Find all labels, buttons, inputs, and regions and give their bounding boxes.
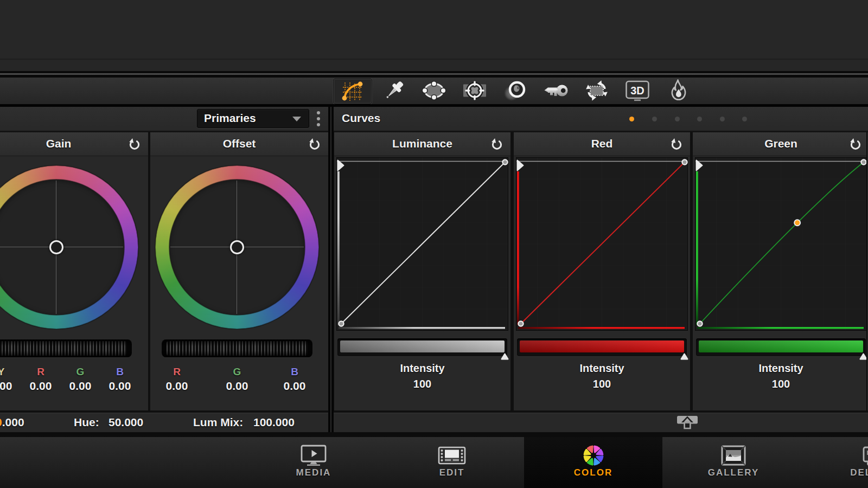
reset-icon[interactable] (308, 138, 321, 151)
power-window-icon (421, 79, 447, 102)
curve-graph[interactable] (695, 157, 867, 331)
offset-g-label: G (221, 366, 253, 378)
chevron-down-icon (292, 117, 301, 121)
export-grab-still-icon[interactable] (676, 415, 698, 431)
offset-master-wheel[interactable] (162, 339, 312, 357)
palette-menu-button[interactable] (315, 110, 322, 126)
intensity-slider[interactable] (517, 338, 687, 356)
resolve-color-page: 3D Primaries (0, 0, 868, 488)
palette-toolbar: 3D (0, 78, 868, 104)
offset-b-label: B (278, 366, 311, 378)
reset-icon[interactable] (849, 138, 862, 151)
wheel-mode-dropdown[interactable]: Primaries (197, 109, 309, 128)
svg-text:3D: 3D (630, 85, 644, 97)
wheel-mode-label: Primaries (204, 110, 256, 127)
page-dot-5[interactable] (720, 117, 725, 121)
tab-gallery[interactable]: GALLERY (668, 437, 799, 488)
master-wheel-shading (162, 339, 312, 357)
slider-handle[interactable] (501, 353, 509, 360)
green-curve-panel: GreenIntensity100 (693, 132, 868, 410)
intensity-value[interactable]: 100 (693, 378, 868, 390)
page-dot-3[interactable] (675, 117, 680, 121)
reset-icon[interactable] (670, 138, 683, 151)
red-curve-panel: RedIntensity100 (514, 132, 690, 410)
curve-title: Luminance (334, 132, 510, 155)
gain-header: Gain (0, 132, 148, 156)
curves-icon (340, 80, 365, 102)
curve-title: Green (693, 132, 868, 155)
intensity-value[interactable]: 100 (334, 378, 510, 390)
tab-media[interactable]: MEDIA (248, 437, 379, 488)
tool-openfx-button[interactable] (659, 78, 697, 103)
panel-splitter (330, 107, 331, 432)
viewer-area-bottom (0, 0, 868, 59)
master-wheel-shading (0, 339, 132, 357)
curve-graph[interactable] (336, 157, 508, 331)
menu-dot (317, 117, 320, 120)
intensity-gradient (340, 341, 505, 352)
reset-icon[interactable] (490, 138, 503, 151)
tool-curves-button[interactable] (333, 78, 372, 104)
gallery-frame-icon (668, 444, 799, 467)
deliver-device-icon (809, 444, 868, 467)
flame-icon (666, 79, 691, 102)
curve-header: Luminance (334, 132, 510, 156)
color-wheels-palette: Primaries Gain (0, 107, 328, 432)
gain-r-label: R (24, 366, 57, 378)
intensity-value[interactable]: 100 (514, 378, 690, 390)
intensity-label: Intensity (334, 362, 510, 375)
hue-ring-shading (0, 165, 138, 329)
gain-g-value[interactable]: 0.00 (59, 380, 102, 393)
tool-blur-button[interactable] (496, 78, 534, 103)
page-dot-4[interactable] (697, 117, 702, 121)
offset-g-value[interactable]: 0.00 (215, 380, 259, 393)
reset-icon[interactable] (128, 138, 141, 151)
menu-dot (317, 111, 320, 114)
gain-color-wheel[interactable] (0, 165, 138, 329)
lum-mix-value[interactable]: 100.000 (253, 413, 295, 432)
slider-handle[interactable] (680, 353, 688, 360)
tab-edit[interactable]: EDIT (387, 437, 517, 488)
offset-wheel-indicator[interactable] (230, 240, 244, 254)
offset-r-value[interactable]: 0.00 (155, 380, 199, 393)
page-navigation-bar: MEDIA EDIT COLOR (0, 437, 868, 488)
gain-r-value[interactable]: 0.00 (19, 380, 62, 393)
stereoscopic-3d-icon: 3D (624, 79, 651, 102)
tool-key-button[interactable] (537, 78, 575, 103)
offset-color-wheel[interactable] (155, 165, 319, 329)
intensity-label: Intensity (693, 362, 868, 375)
gain-b-label: B (104, 366, 136, 378)
wheel-crosshair-vertical (237, 181, 237, 314)
hue-label: Hue: (74, 413, 99, 432)
blur-icon (502, 79, 528, 102)
gain-wheel-panel: Gain Y R G B (0, 132, 148, 410)
lum-mix-label: Lum Mix: (193, 413, 243, 432)
sat-value-clipped[interactable]: 0.000 (0, 413, 24, 432)
page-dot-2[interactable] (652, 117, 657, 121)
gain-wheel-indicator[interactable] (49, 240, 63, 254)
curve-graph[interactable] (516, 157, 688, 331)
splitter-groove[interactable] (0, 71, 868, 78)
tab-deliver[interactable]: DELIVER (809, 437, 868, 488)
hue-value[interactable]: 50.000 (108, 413, 143, 432)
gain-b-value[interactable]: 0.00 (98, 380, 142, 393)
page-dot-1[interactable] (629, 117, 634, 121)
offset-b-value[interactable]: 0.00 (273, 380, 316, 393)
tool-tracker-button[interactable] (456, 78, 494, 103)
page-dot-6[interactable] (742, 117, 747, 121)
hue-ring[interactable] (0, 165, 138, 329)
tool-qualifier-button[interactable] (374, 78, 412, 103)
hue-ring[interactable] (155, 165, 319, 329)
tool-sizing-button[interactable] (578, 78, 616, 103)
intensity-slider[interactable] (337, 338, 507, 356)
wheel-inner-area[interactable] (170, 180, 304, 314)
gain-master-wheel[interactable] (0, 339, 132, 357)
palette-area: Primaries Gain (0, 107, 868, 432)
tab-color[interactable]: COLOR (524, 437, 662, 488)
intensity-slider[interactable] (696, 338, 866, 356)
tool-power-window-button[interactable] (415, 78, 453, 103)
wheel-inner-area[interactable] (0, 180, 124, 314)
curves-palette-header: Curves (334, 107, 868, 132)
tool-3d-button[interactable]: 3D (618, 78, 656, 103)
key-icon (542, 79, 570, 102)
